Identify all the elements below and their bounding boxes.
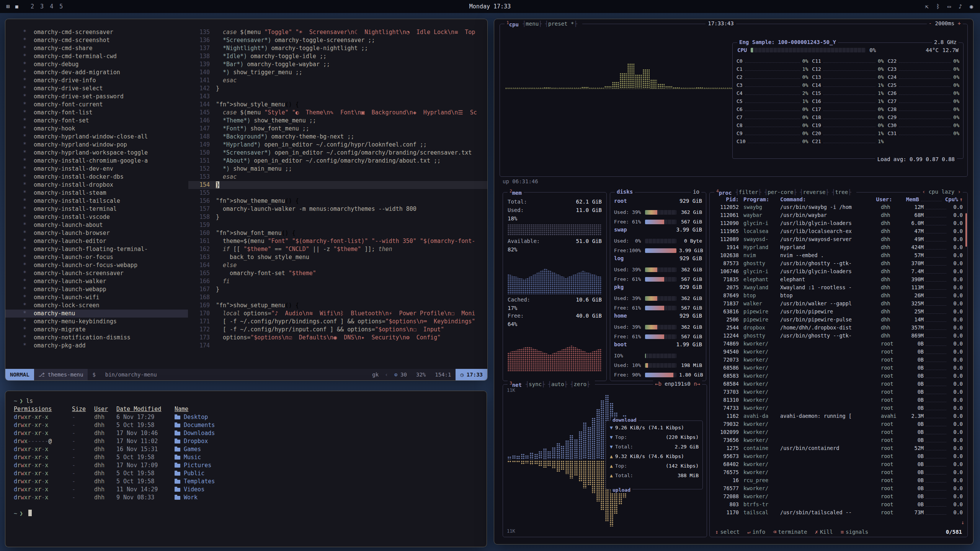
code-line[interactable]: 150 *Screensaver*) open_in_editor ~/.con… <box>188 149 487 157</box>
process-row[interactable]: 2506pipewire/usr/bin/pipewire-pulsedhh14… <box>710 316 967 324</box>
kill-button[interactable]: ✗Kill <box>815 529 833 535</box>
workspace-5[interactable]: 5 <box>59 3 63 10</box>
file-item[interactable]: *omarchy-install-terminal <box>5 205 188 213</box>
file-item[interactable]: *omarchy-notification-dismiss <box>5 334 188 342</box>
code-line[interactable]: 157 omarchy-launch-walker -m menus:omarc… <box>188 205 487 213</box>
process-row[interactable]: 71835elephantelephantdhh390M0.0 <box>710 276 967 284</box>
file-item[interactable]: *omarchy-hyprland-window-pop <box>5 141 188 149</box>
code-line[interactable]: 146 *Theme*) show_theme_menu ;; <box>188 117 487 125</box>
file-item[interactable]: *omarchy-install-docker-dbs <box>5 173 188 181</box>
net-interface[interactable]: ←b enp191s0 n→ <box>653 381 702 387</box>
code-line[interactable]: 161 theme=$(menu "Font" "$(omarchy-font-… <box>188 237 487 245</box>
process-row[interactable]: 68402kworker/root0B0.0 <box>710 460 967 468</box>
code-line[interactable]: 152 *) show_main_menu ;; <box>188 165 487 173</box>
file-item[interactable]: *omarchy-launch-floating-terminal- <box>5 245 188 253</box>
file-item[interactable]: *omarchy-cmd-share <box>5 44 188 52</box>
process-row[interactable]: 111965localsea/usr/lib/localsearch-exdhh… <box>710 227 967 235</box>
git-branch[interactable]: ⎇ themes-menu <box>34 369 88 380</box>
code-line[interactable]: 147 *Font*) show_font_menu ;; <box>188 125 487 133</box>
process-row[interactable]: 95673kworker/root0B0.0 <box>710 452 967 460</box>
code-line[interactable]: 138 *Idle*) omarchy-toggle-idle ;; <box>188 52 487 60</box>
file-item[interactable]: *omarchy-launch-webapp <box>5 285 188 293</box>
sort-arrow-icon[interactable]: ↑ <box>960 196 963 202</box>
file-item[interactable]: *omarchy-launch-or-focus-webapp <box>5 261 188 269</box>
file-item[interactable]: *omarchy-install-vscode <box>5 213 188 221</box>
process-row[interactable]: 112089swayosd-/usr/bin/swayosd-serverdhh… <box>710 235 967 243</box>
code-line[interactable]: 163 back_to show_style_menu <box>188 253 487 261</box>
file-item[interactable]: *omarchy-install-chromium-google-a <box>5 157 188 165</box>
code-line[interactable]: 167} <box>188 285 487 293</box>
file-item[interactable]: *omarchy-lock-screen <box>5 302 188 310</box>
battery-icon[interactable]: ▭ <box>947 3 951 10</box>
process-row[interactable]: 102099kworker/root0B0.0 <box>710 428 967 436</box>
code-line[interactable]: 171 [ -f ~/.config/hypr/bindings.conf ] … <box>188 318 487 326</box>
workspace-active-icon[interactable]: ◼ <box>15 3 18 10</box>
file-item[interactable]: *omarchy-migrate <box>5 326 188 334</box>
file-item[interactable]: *omarchy-launch-editor <box>5 237 188 245</box>
cpu-preset---button[interactable]: ┤preset *├ <box>545 21 577 27</box>
code-line[interactable]: 164 else <box>188 261 487 269</box>
process-row[interactable]: 73703kworker/root0B0.0 <box>710 388 967 396</box>
code-line[interactable]: 148 *Background*) omarchy-theme-bg-next … <box>188 133 487 141</box>
code-line[interactable]: 173 options="$options\n☑ Defaults\n◉ DNS… <box>188 334 487 342</box>
workspace-2[interactable]: 2 <box>31 3 34 10</box>
process-row[interactable]: 1275containe/usr/bin/containerdroot52M0.… <box>710 444 967 452</box>
code-line[interactable]: 159 <box>188 221 487 229</box>
file-item[interactable]: *omarchy-hyprland-workspace-toggle <box>5 149 188 157</box>
file-item[interactable]: *omarchy-cmd-screenshot <box>5 36 188 44</box>
file-item[interactable]: *omarchy-menu-keybindings <box>5 318 188 326</box>
process-row[interactable]: 102638nvimnvim --embed .dhh57M0.0 <box>710 251 967 259</box>
process-row[interactable]: 68583kworker/root0B0.0 <box>710 372 967 380</box>
workspace-icons[interactable]: ⊞◼ <box>6 3 24 10</box>
code-line[interactable]: 165 omarchy-font-set "$theme" <box>188 269 487 277</box>
process-row[interactable]: 106746glycin-i/usr/lib/glycin-loadersdhh… <box>710 267 967 276</box>
cpu-menu-button[interactable]: ┤menu├ <box>523 21 542 27</box>
proc-reverse-button[interactable]: ┤reverse├ <box>800 189 829 195</box>
net-zero-button[interactable]: ┤zero├ <box>570 381 590 387</box>
select-button[interactable]: ↕select <box>715 529 740 535</box>
file-item[interactable]: *omarchy-cmd-screensaver <box>5 28 188 36</box>
process-row[interactable]: 1162avahi-daavahi-daemon: running [avahi… <box>710 412 967 420</box>
code-line[interactable]: 139 *Bar*) omarchy-toggle-waybar ;; <box>188 60 487 68</box>
code-line[interactable]: 174 <box>188 342 487 350</box>
scroll-down-icon[interactable]: ↓ <box>961 519 964 525</box>
code-line[interactable]: 141 esac <box>188 77 487 85</box>
process-row[interactable]: 81310kworker/root0B0.0 <box>710 396 967 404</box>
file-item[interactable]: *omarchy-font-list <box>5 109 188 117</box>
proc-filter-button[interactable]: ┤filter├ <box>735 189 761 195</box>
interval-minus-button[interactable]: - <box>929 20 932 26</box>
process-row[interactable]: 12244ghostty/usr/bin/ghostty --gtk-dhh86… <box>710 332 967 340</box>
code-line[interactable]: 168 <box>188 293 487 302</box>
terminate-button[interactable]: ⌫terminate <box>773 529 807 535</box>
terminal-window[interactable]: ~ ❯ ls PermissionsSizeUserDate ModifiedN… <box>5 391 487 547</box>
code-line[interactable]: 169"fn">show_setup_menu() { <box>188 302 487 310</box>
power-icon[interactable]: ◉ <box>970 3 973 10</box>
file-item[interactable]: *omarchy-hook <box>5 125 188 133</box>
workspace-4[interactable]: 4 <box>50 3 53 10</box>
code-line[interactable]: 135 case $(menu "Toggle" "☀ Screensaver\… <box>188 28 487 36</box>
process-row[interactable]: 76577kworker/root0B0.0 <box>710 484 967 492</box>
header-command[interactable]: Command: <box>780 196 876 202</box>
process-row[interactable]: 1914HyprlandHyprlanddhh424M0.0 <box>710 243 967 251</box>
proc-per-core-button[interactable]: ┤per-core├ <box>764 189 797 195</box>
io-mode-button[interactable]: io <box>691 189 701 195</box>
code-line[interactable]: 144"fn">show_style_menu() { <box>188 101 487 109</box>
info-button[interactable]: ↵info <box>747 529 765 535</box>
code-line[interactable]: 162 if [[ "$theme" == "CNCLD" || -z "$th… <box>188 245 487 253</box>
file-item[interactable]: *omarchy-menu <box>5 310 188 318</box>
process-row[interactable]: 112052swaybg/usr/bin/swaybg -i /homdhh12… <box>710 203 967 211</box>
code-line[interactable]: 172 [ -f ~/.config/hypr/input.conf ] && … <box>188 326 487 334</box>
code-line[interactable]: 137 *Nightlight*) omarchy-toggle-nightli… <box>188 44 487 52</box>
process-scrollbar[interactable] <box>965 213 967 247</box>
process-row[interactable]: 79032kworker/root0B0.0 <box>710 420 967 428</box>
file-item[interactable]: *omarchy-hyprland-window-close-all <box>5 133 188 141</box>
volume-icon[interactable]: ♪ <box>959 3 962 10</box>
process-row[interactable]: 87573ghostty/usr/bin/ghostty --gtk-dhh37… <box>710 259 967 267</box>
process-row[interactable]: 74733kworker/root0B0.0 <box>710 404 967 412</box>
file-item[interactable]: *omarchy-drive-select <box>5 85 188 93</box>
net-auto-button[interactable]: ┤auto├ <box>548 381 568 387</box>
process-row[interactable]: 112090glycin-i/usr/lib/glycin-loadersdhh… <box>710 219 967 227</box>
code-line[interactable]: 153 esac <box>188 173 487 181</box>
update-interval[interactable]: - 2000ms + <box>927 20 963 26</box>
interval-plus-button[interactable]: + <box>958 20 961 26</box>
